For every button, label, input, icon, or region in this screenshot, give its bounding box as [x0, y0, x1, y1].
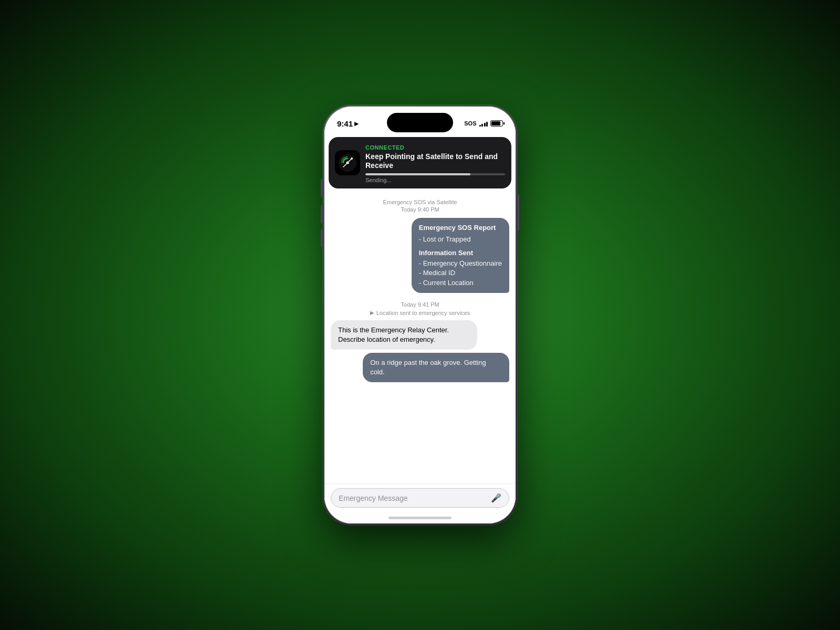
timestamp-2: Today 9:41 PM — [401, 301, 439, 308]
signal-bars — [479, 121, 488, 127]
phone-screen: 9:41 ▶ SOS — [324, 107, 516, 523]
satellite-icon-container — [335, 150, 360, 175]
location-arrow-icon: ▶ — [354, 121, 359, 127]
sos-report-title: Emergency SOS Report — [419, 223, 502, 233]
satellite-signal-icon — [338, 153, 357, 172]
connection-banner: CONNECTED Keep Pointing at Satellite to … — [329, 137, 511, 188]
signal-bar-1 — [479, 125, 481, 127]
status-time: 9:41 ▶ — [337, 119, 359, 128]
sos-report-type: - Lost or Trapped — [419, 235, 502, 244]
connected-label: CONNECTED — [365, 144, 404, 151]
info-item-questionnaire: - Emergency Questionnaire — [419, 259, 502, 268]
info-item-medical: - Medical ID — [419, 268, 502, 278]
sos-label: SOS — [464, 120, 476, 127]
info-item-location: - Current Location — [419, 278, 502, 288]
message-input-field[interactable]: Emergency Message 🎤 — [331, 488, 509, 508]
service-name: Emergency SOS via Satellite — [383, 199, 457, 205]
status-right-icons: SOS — [464, 120, 503, 127]
phone-frame: 9:41 ▶ SOS — [323, 105, 517, 525]
time-display: 9:41 — [337, 119, 353, 128]
chat-screen: CONNECTED Keep Pointing at Satellite to … — [324, 133, 516, 523]
relay-center-bubble: This is the Emergency Relay Center. Desc… — [331, 320, 477, 350]
dynamic-island — [387, 113, 453, 132]
signal-bar-4 — [486, 122, 488, 127]
home-indicator — [388, 517, 452, 519]
signal-bar-3 — [484, 123, 486, 127]
timestamp-1: Today 9:40 PM — [331, 206, 509, 213]
svg-point-3 — [346, 161, 349, 164]
outgoing-sos-report-row: Emergency SOS Report - Lost or Trapped I… — [331, 218, 509, 293]
battery-fill — [491, 121, 500, 125]
progress-bar-fill — [365, 173, 470, 175]
banner-title: Keep Pointing at Satellite to Send and R… — [365, 152, 505, 170]
sos-report-bubble: Emergency SOS Report - Lost or Trapped I… — [412, 218, 509, 293]
info-sent-section: Information Sent - Emergency Questionnai… — [419, 248, 502, 288]
battery-icon — [490, 120, 503, 127]
messages-area: Emergency SOS via Satellite Today 9:40 P… — [324, 188, 516, 484]
signal-bar-2 — [481, 124, 483, 127]
info-sent-title: Information Sent — [419, 248, 502, 258]
sending-label: Sending... — [365, 177, 505, 183]
location-timestamp-header: Today 9:41 PM ▶ Location sent to emergen… — [331, 299, 509, 316]
location-sent-row: ▶ Location sent to emergency services — [331, 310, 509, 316]
location-arrow-small-icon: ▶ — [370, 310, 374, 316]
progress-bar-container — [365, 173, 505, 175]
relay-center-message: This is the Emergency Relay Center. Desc… — [338, 326, 449, 343]
response-bubble: On a ridge past the oak grove. Getting c… — [363, 353, 509, 382]
timestamp-header-1: Emergency SOS via Satellite Today 9:40 P… — [331, 197, 509, 213]
outgoing-response-row: On a ridge past the oak grove. Getting c… — [331, 353, 509, 382]
microphone-icon[interactable]: 🎤 — [491, 493, 501, 503]
message-placeholder: Emergency Message — [339, 494, 487, 502]
svg-point-4 — [351, 158, 353, 160]
incoming-relay-row: This is the Emergency Relay Center. Desc… — [331, 320, 509, 350]
banner-text: CONNECTED Keep Pointing at Satellite to … — [365, 142, 505, 183]
location-sent-text: Location sent to emergency services — [376, 310, 470, 316]
response-text: On a ridge past the oak grove. Getting c… — [370, 359, 486, 376]
